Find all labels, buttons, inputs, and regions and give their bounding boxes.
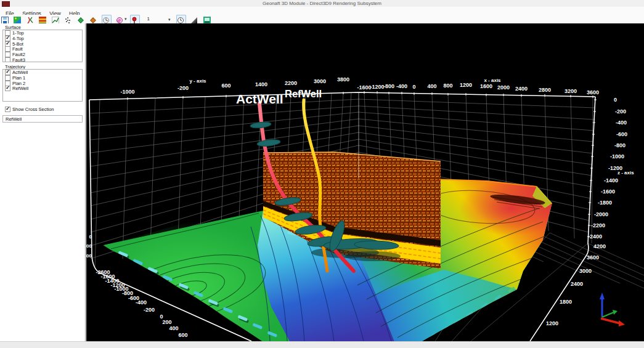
marker-pin-icon <box>131 15 138 23</box>
checkbox[interactable] <box>5 46 10 52</box>
app-window: { "window": { "title": "Geonaft 3D Modul… <box>0 0 644 348</box>
surface-item-fault[interactable]: Fault <box>3 46 82 52</box>
svg-text:-400: -400 <box>136 299 147 306</box>
protractor-icon <box>102 15 110 23</box>
clock-icon <box>177 15 184 23</box>
checkbox[interactable] <box>5 57 10 62</box>
svg-text:800: 800 <box>443 83 452 89</box>
trajectory-item-plan1[interactable]: Plan 1 <box>3 75 82 81</box>
surface-item-fault2[interactable]: Fault2 <box>3 52 82 57</box>
rotate-view-icon[interactable] <box>116 15 123 23</box>
rotate-dropdown-caret[interactable]: ▾ <box>124 17 127 22</box>
show-cross-section-checkbox[interactable]: ✓ Show Cross Section <box>5 107 54 112</box>
marker-pin-button[interactable] <box>130 15 140 24</box>
svg-text:0: 0 <box>412 84 415 90</box>
clock-button[interactable] <box>176 15 186 24</box>
svg-text:-2200: -2200 <box>591 222 605 229</box>
svg-text:-1000: -1000 <box>610 153 624 160</box>
surface-item-1-top[interactable]: 1-Top <box>3 30 82 36</box>
surface-image-icon[interactable] <box>14 15 21 23</box>
orientation-gizmo[interactable] <box>600 293 625 326</box>
svg-text:-400: -400 <box>396 83 407 89</box>
green-marker-icon[interactable] <box>77 15 84 23</box>
checkbox[interactable]: ✓ <box>5 41 10 47</box>
well-correlation-icon[interactable] <box>26 15 34 23</box>
left-panel: Surface 1-Top ✓4-Top ✓5-Bot Fault Fault2… <box>0 23 86 341</box>
marker-count-combo[interactable]: 1▾ <box>145 15 172 23</box>
svg-text:2000: 2000 <box>497 84 510 91</box>
svg-text:3800: 3800 <box>337 76 349 83</box>
surface-list[interactable]: 1-Top ✓4-Top ✓5-Bot Fault Fault2 Fault3 <box>2 30 83 62</box>
window-title: Geonaft 3D Module - Direct3D9 Rendering … <box>0 1 644 6</box>
svg-text:-600: -600 <box>616 131 627 137</box>
svg-text:600: 600 <box>221 83 230 89</box>
surface-item-5-bot[interactable]: ✓5-Bot <box>3 41 82 47</box>
svg-text:200: 200 <box>162 319 171 325</box>
svg-text:3600: 3600 <box>587 254 599 261</box>
svg-text:-1800: -1800 <box>598 200 612 206</box>
svg-text:-200: -200 <box>144 307 155 313</box>
svg-text:-1400: -1400 <box>604 177 618 184</box>
checkbox[interactable]: ✓ <box>5 70 10 75</box>
svg-text:-200: -200 <box>177 85 189 91</box>
trajectory-item-refwell[interactable]: ✓RefWell <box>3 86 82 91</box>
y-axis-title: y - axis <box>189 78 206 84</box>
save-icon[interactable] <box>1 15 9 23</box>
scene-3d: y - axis -1000 -200 600 1400 2200 3000 3… <box>86 23 644 341</box>
svg-text:0: 0 <box>89 234 92 240</box>
checkbox[interactable] <box>5 75 10 81</box>
svg-text:3200: 3200 <box>565 88 577 94</box>
svg-text:3000: 3000 <box>314 78 326 84</box>
svg-text:-1600: -1600 <box>357 84 371 91</box>
layers-icon[interactable] <box>39 15 46 23</box>
checkbox[interactable]: ✓ <box>5 107 10 112</box>
scatter-icon[interactable] <box>64 15 71 23</box>
svg-text:2200: 2200 <box>285 80 297 86</box>
svg-text:-800: -800 <box>383 83 394 89</box>
combo-caret: ▾ <box>168 17 171 22</box>
shade-icon[interactable] <box>190 15 198 23</box>
svg-text:400: 400 <box>86 253 92 259</box>
surface-item-4-top[interactable]: ✓4-Top <box>3 36 82 41</box>
status-strip <box>0 341 644 348</box>
svg-text:4200: 4200 <box>593 243 606 249</box>
checkbox[interactable]: ✓ <box>5 86 10 91</box>
svg-text:2800: 2800 <box>539 87 551 93</box>
ref-well-label: RefWell <box>285 88 322 99</box>
trajectory-item-plan2[interactable]: Plan 2 <box>3 81 82 86</box>
svg-text:600: 600 <box>178 332 187 338</box>
x-axis-title: x - axis <box>484 78 501 83</box>
svg-text:2400: 2400 <box>515 86 528 92</box>
protractor-button[interactable] <box>102 15 112 24</box>
svg-text:00: 00 <box>86 243 92 249</box>
svg-text:1200: 1200 <box>546 320 558 326</box>
chart-icon[interactable] <box>52 15 59 23</box>
svg-text:400: 400 <box>169 325 178 331</box>
svg-text:1600: 1600 <box>480 83 492 89</box>
toolbar: ▾ 1▾ <box>0 15 644 23</box>
svg-text:-400: -400 <box>616 119 627 126</box>
svg-text:1200: 1200 <box>460 82 472 88</box>
surface-item-fault3[interactable]: Fault3 <box>3 57 82 62</box>
snapshot-icon[interactable] <box>203 15 211 23</box>
trajectory-item-actwell[interactable]: ✓ActWell <box>3 70 82 75</box>
svg-text:-1200: -1200 <box>608 165 622 171</box>
svg-text:-800: -800 <box>614 142 626 148</box>
trajectory-list[interactable]: ✓ActWell Plan 1 Plan 2 ✓RefWell <box>2 69 83 102</box>
orange-marker-icon[interactable] <box>89 15 97 23</box>
svg-text:1800: 1800 <box>560 299 572 305</box>
menu-bar: File Settings View Help <box>0 7 644 15</box>
svg-text:400: 400 <box>427 83 436 89</box>
svg-text:-2000: -2000 <box>594 211 608 217</box>
act-well-label: ActWell <box>236 92 283 106</box>
checkbox[interactable] <box>5 52 10 57</box>
svg-text:-1000: -1000 <box>120 89 134 95</box>
y-right-axis-labels: 4200 3600 3000 2400 1800 1200 <box>546 243 606 326</box>
svg-text:1400: 1400 <box>255 81 267 87</box>
svg-text:2400: 2400 <box>571 281 583 287</box>
svg-text:-200: -200 <box>615 108 626 115</box>
svg-text:-1600: -1600 <box>601 188 615 195</box>
cross-section-well-field[interactable]: RefWell <box>2 115 83 123</box>
svg-text:-1200: -1200 <box>370 84 384 90</box>
viewport-3d[interactable]: y - axis -1000 -200 600 1400 2200 3000 3… <box>86 23 644 341</box>
